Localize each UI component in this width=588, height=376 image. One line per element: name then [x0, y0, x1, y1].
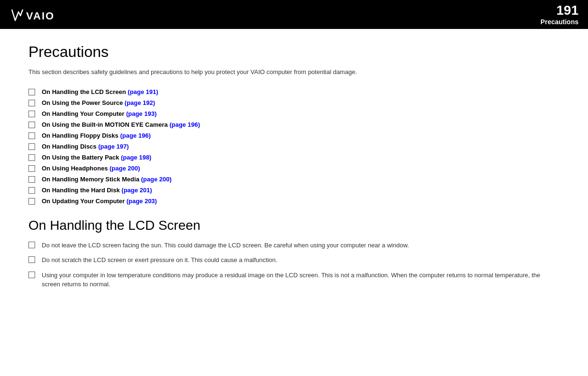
toc-item-label: On Handling the Hard Disk (page 201)	[42, 187, 152, 194]
section-heading: On Handling the LCD Screen	[28, 218, 560, 233]
header-right: 191 Precautions	[541, 4, 579, 26]
checkbox-icon	[28, 256, 35, 263]
svg-text:VAIO: VAIO	[26, 10, 55, 22]
intro-text: This section describes safety guidelines…	[28, 67, 560, 77]
checkbox-icon	[28, 122, 35, 128]
toc-item-label: On Updating Your Computer (page 203)	[42, 197, 157, 205]
list-item: On Updating Your Computer (page 203)	[28, 197, 560, 205]
toc-item-link[interactable]: (page 197)	[98, 143, 129, 150]
checkbox-icon	[28, 176, 35, 183]
toc-item-link[interactable]: (page 191)	[128, 88, 158, 95]
list-item: On Handling the Hard Disk (page 201)	[28, 187, 560, 194]
toc-item-link[interactable]: (page 196)	[169, 121, 200, 128]
toc-item-label: On Handling Discs (page 197)	[42, 143, 129, 150]
toc-list: On Handling the LCD Screen (page 191)On …	[28, 88, 560, 205]
checkbox-icon	[28, 100, 35, 106]
list-item: On Using the Built-in MOTION EYE Camera …	[28, 121, 560, 128]
toc-item-link[interactable]: (page 201)	[121, 187, 152, 194]
checkbox-icon	[28, 89, 35, 95]
checkbox-icon	[28, 198, 35, 205]
toc-item-label: On Using the Power Source (page 192)	[42, 99, 155, 106]
checkbox-icon	[28, 154, 35, 161]
page-number: 191	[556, 4, 579, 17]
list-item: On Handling the LCD Screen (page 191)	[28, 88, 560, 95]
list-item: On Handling Memory Stick Media (page 200…	[28, 176, 560, 183]
checkbox-icon	[28, 111, 35, 117]
checkbox-icon	[28, 187, 35, 194]
main-content: Precautions This section describes safet…	[0, 29, 588, 309]
checkbox-icon	[28, 165, 35, 172]
section-item-text: Using your computer in low temperature c…	[42, 271, 560, 289]
toc-item-label: On Using the Built-in MOTION EYE Camera …	[42, 121, 200, 128]
list-item: Do not leave the LCD screen facing the s…	[28, 241, 560, 250]
toc-item-label: On Handling Memory Stick Media (page 200…	[42, 176, 172, 183]
toc-item-label: On Using the Battery Pack (page 198)	[42, 154, 151, 161]
list-item: Using your computer in low temperature c…	[28, 271, 560, 289]
list-item: On Handling Floppy Disks (page 196)	[28, 132, 560, 139]
section-item-text: Do not scratch the LCD screen or exert p…	[42, 255, 560, 265]
toc-item-link[interactable]: (page 193)	[126, 110, 156, 117]
page-header: VAIO 191 Precautions	[0, 0, 588, 29]
checkbox-icon	[28, 272, 35, 278]
toc-item-link[interactable]: (page 200)	[110, 165, 140, 172]
list-item: On Handling Your Computer (page 193)	[28, 110, 560, 117]
toc-item-label: On Handling Your Computer (page 193)	[42, 110, 156, 117]
toc-item-link[interactable]: (page 203)	[127, 197, 157, 205]
checkbox-icon	[28, 242, 35, 248]
toc-item-label: On Handling the LCD Screen (page 191)	[42, 88, 158, 95]
toc-item-link[interactable]: (page 198)	[121, 154, 151, 161]
toc-item-link[interactable]: (page 200)	[141, 176, 171, 183]
list-item: Do not scratch the LCD screen or exert p…	[28, 255, 560, 265]
toc-item-label: On Using Headphones (page 200)	[42, 165, 140, 172]
vaio-logo: VAIO	[9, 5, 66, 24]
list-item: On Handling Discs (page 197)	[28, 143, 560, 150]
page-title: Precautions	[28, 43, 560, 61]
section-label: Precautions	[541, 18, 579, 26]
section-list: Do not leave the LCD screen facing the s…	[28, 241, 560, 289]
list-item: On Using Headphones (page 200)	[28, 165, 560, 172]
toc-item-link[interactable]: (page 192)	[125, 99, 155, 106]
toc-item-label: On Handling Floppy Disks (page 196)	[42, 132, 151, 139]
toc-item-link[interactable]: (page 196)	[120, 132, 150, 139]
checkbox-icon	[28, 132, 35, 139]
list-item: On Using the Power Source (page 192)	[28, 99, 560, 106]
section-item-text: Do not leave the LCD screen facing the s…	[42, 241, 560, 250]
list-item: On Using the Battery Pack (page 198)	[28, 154, 560, 161]
checkbox-icon	[28, 143, 35, 150]
